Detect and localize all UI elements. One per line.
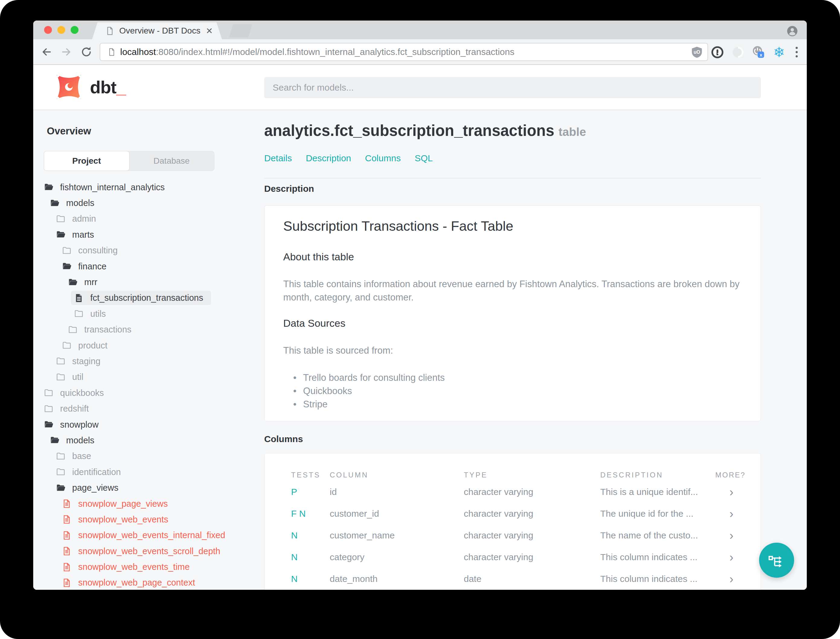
tree-item[interactable]: finance (33, 259, 262, 274)
tree-item-label: utils (90, 309, 106, 319)
folder-icon (56, 214, 65, 224)
tree-item-label: snowplow (60, 420, 98, 430)
cell-tests: N (291, 574, 330, 584)
tree-item-label: marts (72, 230, 94, 240)
tree-item[interactable]: product (33, 338, 262, 353)
tree-item[interactable]: admin (33, 211, 262, 227)
tree-item[interactable]: page_views (33, 480, 262, 496)
file-red-icon (62, 515, 71, 524)
tree-item[interactable]: consulting (33, 243, 262, 259)
columns-section-heading: Columns (264, 434, 303, 444)
expand-row-button[interactable]: › (715, 529, 734, 542)
tree-item-label: snowplow_web_page_context (78, 578, 195, 588)
columns-table-header: TESTS COLUMN TYPE DESCRIPTION MORE? (291, 469, 734, 481)
ublock-origin-icon[interactable]: uO (690, 46, 703, 59)
expand-row-button[interactable]: › (715, 486, 734, 498)
tree-item[interactable]: redshift (33, 401, 262, 416)
onepassword-icon[interactable] (711, 46, 724, 59)
tree-item[interactable]: quickbooks (33, 385, 262, 401)
cell-description: This column indicates ... (600, 574, 715, 584)
browser-toolbar: localhost:8080/index.html#!/model/model.… (33, 39, 807, 65)
tree-item[interactable]: models (33, 195, 262, 211)
cell-description: This column indicates ... (600, 552, 715, 562)
folder-icon (62, 246, 71, 256)
loop-icon[interactable] (731, 46, 745, 59)
cell-column: category (330, 552, 464, 562)
nav-link-details[interactable]: Details (264, 153, 292, 164)
table-row[interactable]: Pidcharacter varyingThis is a unique ide… (291, 481, 734, 503)
url-bar[interactable]: localhost:8080/index.html#!/model/model.… (100, 43, 708, 61)
tree-item[interactable]: snowplow_page_views (33, 496, 262, 512)
tree-item[interactable]: snowplow_web_events_scroll_depth (33, 543, 262, 559)
folder-icon (74, 309, 84, 319)
nav-link-description[interactable]: Description (306, 153, 351, 164)
source-list-item: •Quickbooks (293, 385, 445, 398)
browser-menu[interactable] (792, 39, 801, 65)
new-tab-button[interactable] (229, 24, 252, 37)
tree-item[interactable]: models (33, 432, 262, 448)
tree-item[interactable]: utils (33, 306, 262, 322)
profile-avatar-icon[interactable] (787, 25, 798, 37)
minimize-window-button[interactable] (57, 26, 65, 34)
tree-item[interactable]: snowplow (33, 417, 262, 432)
tree-item[interactable]: fishtown_internal_analytics (33, 180, 262, 195)
tree-item-label: staging (72, 356, 100, 366)
zoom-window-button[interactable] (71, 26, 78, 34)
reload-button-icon[interactable] (80, 45, 93, 59)
sidebar: Overview ProjectDatabase fishtown_intern… (33, 110, 262, 590)
table-row[interactable]: Ncategorycharacter varyingThis column in… (291, 546, 734, 568)
tree-item[interactable]: staging (33, 353, 262, 369)
browser-tab[interactable]: Overview - DBT Docs ✕ (92, 22, 222, 39)
folder-open-icon (62, 262, 71, 271)
table-row[interactable]: F Ncustomer_idcharacter varyingThe uniqu… (291, 503, 734, 525)
tree-item[interactable]: mrr (33, 274, 262, 290)
table-row[interactable]: Ncustomer_namecharacter varyingThe name … (291, 525, 734, 546)
folder-open-icon (56, 483, 65, 493)
cell-description: The unique id for the ... (600, 509, 715, 519)
sidebar-title: Overview (47, 125, 91, 137)
nav-link-sql[interactable]: SQL (414, 153, 433, 164)
tree-item[interactable]: transactions (33, 322, 262, 338)
table-row[interactable]: Ndate_monthdateThis column indicates ...… (291, 568, 734, 590)
close-tab-icon[interactable]: ✕ (206, 26, 213, 36)
tree-item[interactable]: snowplow_web_events_time (33, 559, 262, 575)
url-text: localhost:8080/index.html#!/model/model.… (120, 47, 514, 57)
tab-title: Overview - DBT Docs (119, 26, 201, 36)
tree-item[interactable]: base (33, 448, 262, 464)
folder-icon (44, 388, 54, 398)
expand-row-button[interactable]: › (715, 508, 734, 520)
tree-item[interactable]: marts (33, 227, 262, 243)
tree-item[interactable]: snowplow_web_page_context (33, 575, 262, 590)
tree-item[interactable]: util (33, 369, 262, 385)
kebab-menu-icon[interactable] (792, 47, 801, 57)
tree-item[interactable]: snowplow_web_events_internal_fixed (33, 528, 262, 543)
forward-button-icon[interactable] (60, 45, 73, 59)
columns-table-body: Pidcharacter varyingThis is a unique ide… (291, 481, 734, 590)
nav-link-columns[interactable]: Columns (365, 153, 401, 164)
power-x-icon[interactable]: x (752, 46, 765, 59)
cell-type: character varying (464, 487, 600, 497)
close-window-button[interactable] (44, 26, 52, 34)
tree-item-label: snowplow_web_events_scroll_depth (78, 546, 221, 556)
tree-item[interactable]: snowplow_web_events (33, 512, 262, 527)
sources-heading: Data Sources (283, 317, 345, 329)
dbt-logo: dbt_ (54, 73, 125, 102)
back-button-icon[interactable] (40, 45, 53, 59)
folder-icon (56, 372, 65, 382)
search-input[interactable] (264, 77, 761, 98)
header-column: COLUMN (330, 471, 464, 479)
cell-type: character varying (464, 509, 600, 519)
expand-row-button[interactable]: › (715, 551, 734, 564)
tree-item[interactable]: fct_subscription_transactions (33, 290, 262, 306)
url-page-icon (108, 48, 116, 56)
tree-item[interactable]: identification (33, 464, 262, 480)
tree-item-label: fct_subscription_transactions (90, 293, 203, 303)
sidebar-tab-project[interactable]: Project (44, 151, 129, 171)
expand-row-button[interactable]: › (715, 573, 734, 585)
sidebar-tab-database[interactable]: Database (129, 151, 214, 171)
svg-text:uO: uO (694, 49, 700, 55)
cell-type: character varying (464, 530, 600, 540)
sources-intro: This table is sourced from: (283, 344, 745, 357)
lineage-graph-button[interactable] (759, 543, 794, 578)
snowflake-icon[interactable]: ❄ (772, 46, 786, 59)
